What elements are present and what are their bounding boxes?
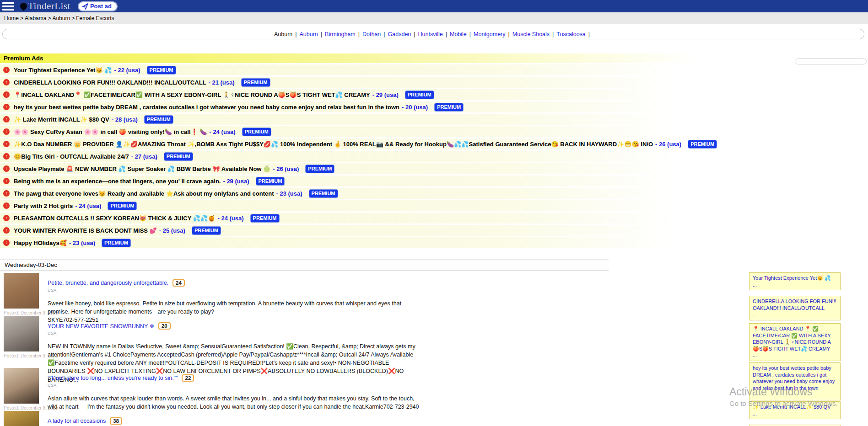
premium-ad-age: - 26 (usa) xyxy=(273,165,299,172)
sidebar-card-link[interactable]: Your Tightest Experience Yet😼 💦 xyxy=(753,275,831,281)
premium-badge[interactable]: PREMIUM xyxy=(309,189,338,198)
sidebar-premium-card[interactable]: ✨ Lake Merritt INCALL✨ $80 QV ... xyxy=(749,401,841,419)
city-link-gadsden[interactable]: Gadsden xyxy=(388,31,411,37)
premium-badge[interactable]: PREMIUM xyxy=(147,66,176,75)
premium-ad-title[interactable]: hey its your best wettes petite baby DRE… xyxy=(14,104,399,111)
sidebar-card-link[interactable]: 📍 INCALL OAKLAND 📍 ✅ FACETIME/CAR ✅ WITH… xyxy=(753,326,831,351)
premium-badge[interactable]: PREMIUM xyxy=(242,128,271,136)
sidebar-premium-card[interactable]: hey its your best wettes petite baby DRE… xyxy=(749,362,841,400)
premium-badge[interactable]: PREMIUM xyxy=(256,177,285,186)
city-link-birmingham[interactable]: Birmingham xyxy=(325,31,356,37)
city-separator: | xyxy=(446,31,447,37)
city-link-montgomery[interactable]: Montgomery xyxy=(474,31,505,37)
premium-ad-title[interactable]: YOUR WINTER FAVORITE IS BACK DONT MISS 💕 xyxy=(14,227,157,234)
premium-ad-row[interactable]: ↑ Party with 2 Hot girls - 24 (usa) PREM… xyxy=(0,200,868,211)
menu-icon[interactable] xyxy=(2,2,14,11)
premium-ad-title[interactable]: 📍INCALL OAKLAND📍 ✅FACETIME/CAR✅ WITH A S… xyxy=(14,91,370,98)
premium-ad-row[interactable]: ↑ Happy HOlidays🥰 - 23 (usa) PREMIUM xyxy=(0,237,868,248)
listing-title-link[interactable]: Petite, brunette, and dangerously unforg… xyxy=(48,280,168,286)
premium-ad-title[interactable]: CINDERELLA LOOKING FOR FUN!!! OAKLAND!!!… xyxy=(14,79,206,86)
premium-badge[interactable]: PREMIUM xyxy=(405,91,434,99)
sidebar-premium-card[interactable]: Your Tightest Experience Yet😼 💦 ... xyxy=(749,272,841,290)
city-link-mobile[interactable]: Mobile xyxy=(450,31,467,37)
premium-ad-title[interactable]: Being with me is an experience—one that … xyxy=(14,178,221,185)
site-logo[interactable]: TinderList xyxy=(20,0,70,12)
premium-ad-title[interactable]: ✨ Lake Merritt INCALL✨ $80 QV xyxy=(14,116,109,123)
premium-ad-row[interactable]: ↑ ✨ Lake Merritt INCALL✨ $80 QV - 28 (us… xyxy=(0,114,868,125)
top-navigation-bar: TinderList Post ad xyxy=(0,0,868,12)
city-link-huntsville[interactable]: Huntsville xyxy=(418,31,443,37)
bump-up-icon: ↑ xyxy=(3,227,10,234)
breadcrumb-separator: > xyxy=(20,15,23,21)
breadcrumb-city[interactable]: Auburn xyxy=(52,15,70,21)
listing-row: A lady for all occasions 38 USA xyxy=(4,411,424,426)
premium-badge[interactable]: PREMIUM xyxy=(108,202,137,210)
sidebar-card-ellipsis: ... xyxy=(753,311,837,318)
city-link-muscle-shoals[interactable]: Muscle Shoals xyxy=(512,31,550,37)
post-ad-button[interactable]: Post ad xyxy=(78,1,118,11)
premium-ad-age: - 29 (usa) xyxy=(372,91,399,98)
premium-ad-title[interactable]: ✨K.O Daa NUMBER 👑 PROVIDER 👤✨💋AMAZING Th… xyxy=(14,141,653,148)
premium-ad-row[interactable]: ↑ 😊Big Tits Girl - OUTCALL Available 24/… xyxy=(0,151,868,162)
listing-thumbnail[interactable] xyxy=(4,368,39,404)
premium-ad-age: - 22 (usa) xyxy=(114,67,140,74)
premium-badge[interactable]: PREMIUM xyxy=(102,239,131,247)
premium-ad-row[interactable]: ↑ Being with me is an experience—one tha… xyxy=(0,176,868,186)
breadcrumb-category[interactable]: Female Escorts xyxy=(76,15,114,21)
premium-ad-row[interactable]: ↑ hey its your best wettes petite baby D… xyxy=(0,101,868,112)
premium-badge[interactable]: PREMIUM xyxy=(144,115,173,124)
premium-ad-row[interactable]: ↑ 📍INCALL OAKLAND📍 ✅FACETIME/CAR✅ WITH A… xyxy=(0,89,868,100)
premium-ad-row[interactable]: ↑ PLEASANTON OUTCALLS !! SEXY KOREAN😻 TH… xyxy=(0,213,868,224)
sidebar-premium-card[interactable]: 📍 INCALL OAKLAND 📍 ✅ FACETIME/CAR ✅ WITH… xyxy=(749,323,841,361)
breadcrumb-home[interactable]: Home xyxy=(4,15,19,21)
sidebar-premium-card[interactable]: CINDERELLA LOOKING FOR FUN!!! OAKLAND!!!… xyxy=(749,296,841,320)
premium-ad-row[interactable]: ↑ Upscale Playmate 🚨 NEW NUMBER 💦 Super … xyxy=(0,163,868,174)
premium-ad-age: - 24 (usa) xyxy=(75,202,101,209)
premium-badge[interactable]: PREMIUM xyxy=(164,152,193,161)
premium-badge[interactable]: PREMIUM xyxy=(241,78,270,87)
listing-title-link[interactable]: A lady for all occasions xyxy=(48,418,106,424)
city-link-dothan[interactable]: Dothan xyxy=(362,31,381,37)
premium-ad-title[interactable]: PLEASANTON OUTCALLS !! SEXY KOREAN😻 THIC… xyxy=(14,215,215,222)
premium-badge[interactable]: PREMIUM xyxy=(305,165,334,173)
bump-up-icon: ↑ xyxy=(3,190,10,197)
premium-ad-row[interactable]: ↑ The pawg that everyone loves😼 Ready an… xyxy=(0,188,868,199)
bump-up-icon: ↑ xyxy=(3,215,10,221)
premium-ad-row[interactable]: ↑ YOUR WINTER FAVORITE IS BACK DONT MISS… xyxy=(0,225,868,236)
premium-ad-row[interactable]: ↑ CINDERELLA LOOKING FOR FUN!!! OAKLAND!… xyxy=(0,77,868,88)
listing-thumbnail[interactable] xyxy=(4,273,39,309)
premium-ad-title[interactable]: 🌸🌸 Sexy CuRvy Asian 🌸🌸 in call 🍑 visitin… xyxy=(14,128,207,135)
premium-badge[interactable]: PREMIUM xyxy=(688,140,717,149)
listing-title-link[interactable]: YOUR NEW FAVORITE SNOWBUNNY ❄ xyxy=(48,323,154,330)
sidebar-card-ellipsis: ... xyxy=(753,352,837,359)
listing-title-link[interactable]: ""Don't stare too long... unless you're … xyxy=(48,375,178,381)
bump-up-icon: ↑ xyxy=(3,202,10,209)
listing-thumbnail[interactable] xyxy=(4,411,39,426)
premium-badge[interactable]: PREMIUM xyxy=(192,226,221,235)
city-separator: | xyxy=(358,31,360,37)
premium-ad-row[interactable]: ↑ Your Tightest Experience Yet😼 💦 - 22 (… xyxy=(0,64,868,75)
premium-ad-row[interactable]: ↑ 🌸🌸 Sexy CuRvy Asian 🌸🌸 in call 🍑 visit… xyxy=(0,126,868,137)
premium-ad-row[interactable]: ↑ ✨K.O Daa NUMBER 👑 PROVIDER 👤✨💋AMAZING … xyxy=(0,138,868,149)
bump-up-icon: ↑ xyxy=(3,165,10,172)
premium-ad-title[interactable]: Upscale Playmate 🚨 NEW NUMBER 💦 Super So… xyxy=(14,165,270,172)
bump-up-icon: ↑ xyxy=(3,116,10,122)
breadcrumb-state[interactable]: Alabama xyxy=(25,15,46,21)
sidebar-card-link[interactable]: hey its your best wettes petite baby DRE… xyxy=(753,365,835,391)
premium-ad-title[interactable]: Happy HOlidays🥰 xyxy=(14,240,67,246)
premium-ad-title[interactable]: Party with 2 Hot girls xyxy=(14,202,73,209)
sidebar-card-link[interactable]: CINDERELLA LOOKING FOR FUN!!! OAKLAND!!!… xyxy=(753,298,836,311)
premium-badge[interactable]: PREMIUM xyxy=(434,103,464,112)
sidebar-card-link[interactable]: ✨ Lake Merritt INCALL✨ $80 QV xyxy=(753,404,831,410)
bump-up-icon: ↑ xyxy=(3,128,10,135)
city-link-tuscaloosa[interactable]: Tuscaloosa xyxy=(556,31,585,37)
premium-ad-title[interactable]: 😊Big Tits Girl - OUTCALL Available 24/7 xyxy=(14,153,129,160)
premium-ad-title[interactable]: The pawg that everyone loves😼 Ready and … xyxy=(14,190,274,197)
premium-ad-age: - 27 (usa) xyxy=(131,153,157,160)
city-link-auburn[interactable]: Auburn xyxy=(300,31,318,37)
premium-badge[interactable]: PREMIUM xyxy=(250,214,280,223)
city-separator: | xyxy=(469,31,471,37)
listing-thumbnail[interactable] xyxy=(4,316,39,351)
listing-location: USA xyxy=(48,331,424,335)
premium-ad-title[interactable]: Your Tightest Experience Yet😼 💦 xyxy=(14,67,112,74)
